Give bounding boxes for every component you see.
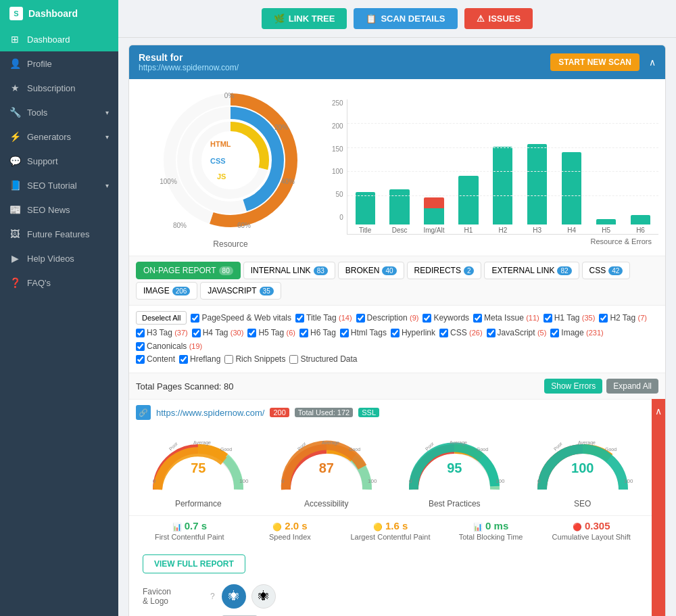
faqs-icon: ❓ <box>9 277 20 288</box>
svg-text:0%: 0% <box>224 92 235 99</box>
check-title-tag[interactable]: Title Tag (14) <box>295 313 352 323</box>
svg-text:100: 100 <box>570 474 595 491</box>
charts-row: HTML CSS JS 0% 20% 40% 60% 80% 100% Res <box>129 79 665 256</box>
report-button-row: VIEW FULL REPORT <box>129 549 652 579</box>
sidebar-logo-label: Dashboard <box>28 8 78 19</box>
scanned-url-link[interactable]: https://www.spidernow.com/ <box>156 408 264 418</box>
sidebar-item-future-features[interactable]: 🖼 Future Features <box>0 222 118 246</box>
check-description[interactable]: Description (9) <box>356 313 419 323</box>
scan-details-button[interactable]: 📋 SCAN DETAILS <box>354 8 457 29</box>
tab-css[interactable]: CSS 42 <box>582 262 631 279</box>
sidebar-item-tools[interactable]: 🔧 Tools ▾ <box>0 100 118 124</box>
tools-icon: 🔧 <box>9 107 20 118</box>
svg-text:Average: Average <box>450 440 467 446</box>
svg-text:0: 0 <box>281 478 285 484</box>
main-content: 🌿 LINK TREE 📋 SCAN DETAILS ⚠ ISSUES Resu… <box>118 0 676 616</box>
sidebar-item-label: Support <box>27 156 58 166</box>
check-image[interactable]: Image (231) <box>550 328 603 337</box>
check-canonicals[interactable]: Canonicals (19) <box>136 341 202 351</box>
tab-internal-link[interactable]: INTERNAL LINK 83 <box>243 262 335 279</box>
gauge-performance: 75 0 Poor Average Good 100 75 <box>136 432 261 508</box>
tab-external-link[interactable]: EXTERNAL LINK 82 <box>484 262 579 279</box>
check-rich-snippets[interactable]: Rich Snippets <box>224 354 285 364</box>
check-pagespeed[interactable]: PageSpeed & Web vitals <box>191 313 291 323</box>
view-full-report-button[interactable]: VIEW FULL REPORT <box>143 554 245 573</box>
sidebar-item-profile[interactable]: 👤 Profile <box>0 51 118 76</box>
check-h3-tag[interactable]: H3 Tag (37) <box>136 328 188 337</box>
seo-news-icon: 📰 <box>9 204 20 215</box>
tab-image[interactable]: IMAGE 206 <box>136 282 197 300</box>
check-h2-tag[interactable]: H2 Tag (7) <box>599 313 647 323</box>
sidebar-item-seo-news[interactable]: 📰 SEO News <box>0 197 118 222</box>
sidebar-item-support[interactable]: 💬 Support <box>0 149 118 173</box>
check-h4-tag[interactable]: H4 Tag (30) <box>192 328 244 337</box>
checkboxes-row-3: Content Hreflang Rich Snippets Structure… <box>136 354 658 364</box>
metric-lcp: 🟡 1.6 s Largest Contentful Paint <box>343 520 437 541</box>
sidebar-item-subscription[interactable]: ★ Subscription <box>0 76 118 100</box>
check-meta-issue[interactable]: Meta Issue (11) <box>473 313 539 323</box>
sidebar-item-help-videos[interactable]: ▶ Help Videos <box>0 246 118 270</box>
check-content[interactable]: Content <box>136 354 175 364</box>
check-keywords[interactable]: Keywords <box>422 313 469 323</box>
gauge-row: 75 0 Poor Average Good 100 75 <box>129 425 652 515</box>
issues-button[interactable]: ⚠ ISSUES <box>464 8 533 29</box>
favicon-help-icon[interactable]: ? <box>210 592 215 601</box>
chevron-down-icon: ▾ <box>105 182 109 189</box>
link-tree-button[interactable]: 🌿 LINK TREE <box>262 8 347 29</box>
check-html-tags[interactable]: Html Tags <box>340 328 387 337</box>
svg-text:Good: Good <box>605 447 617 452</box>
metrics-row: 📊 0.7 s First Contentful Paint 🟡 2.0 s S… <box>129 515 652 549</box>
tab-on-page-report[interactable]: ON-PAGE REPORT 80 <box>136 262 241 279</box>
topbar: 🌿 LINK TREE 📋 SCAN DETAILS ⚠ ISSUES <box>118 0 676 38</box>
sidebar-item-dashboard[interactable]: ⊞ Dashboard <box>0 27 118 51</box>
check-css[interactable]: CSS (26) <box>439 328 483 337</box>
svg-text:100: 100 <box>496 478 505 484</box>
sidebar-item-label: Tools <box>27 108 47 118</box>
tab-javascript[interactable]: JAVASCRIPT 35 <box>200 282 281 300</box>
sidebar-item-generators[interactable]: ⚡ Generators ▾ <box>0 124 118 149</box>
check-hyperlink[interactable]: Hyperlink <box>391 328 435 337</box>
best-practices-label: Best Practices <box>392 499 517 508</box>
favicon-row: Favicon& Logo ? 🕷 🕷 <box>143 584 638 609</box>
sidebar-item-seo-tutorial[interactable]: 📘 SEO Tutorial ▾ <box>0 173 118 197</box>
svg-text:JS: JS <box>217 172 226 181</box>
tabs-row: ON-PAGE REPORT 80 INTERNAL LINK 83 BROKE… <box>129 256 665 305</box>
scan-details-icon: 📋 <box>366 14 377 24</box>
svg-text:Average: Average <box>193 440 211 446</box>
bar-chart-label: Resource & Errors <box>332 237 658 245</box>
total-pages-scanned: Total Pages Scanned: 80 <box>136 381 234 392</box>
check-h1-tag[interactable]: H1 Tag (35) <box>544 313 596 323</box>
start-new-scan-button[interactable]: START NEW SCAN <box>550 53 639 71</box>
performance-label: Performance <box>136 499 261 508</box>
check-structured-data[interactable]: Structured Data <box>289 354 357 364</box>
collapse-right-bar[interactable]: ∧ <box>652 399 665 616</box>
url-result-card: 🔗 https://www.spidernow.com/ 200 Total U… <box>129 399 665 616</box>
expand-all-button[interactable]: Expand All <box>606 379 658 394</box>
sidebar-item-label: SEO Tutorial <box>27 181 77 191</box>
deselect-all-button[interactable]: Deselect All <box>136 311 187 325</box>
tbt-label: Total Blocking Time <box>444 533 538 541</box>
tab-broken[interactable]: BROKEN 40 <box>338 262 404 279</box>
check-javascript[interactable]: JavaScript (5) <box>487 328 547 337</box>
sidebar-item-faqs[interactable]: ❓ FAQ's <box>0 270 118 295</box>
sidebar-item-label: SEO News <box>27 205 70 215</box>
result-card: Result for https://www.spidernow.com/ ST… <box>128 45 666 616</box>
lcp-value: 🟡 1.6 s <box>343 520 437 531</box>
fcp-label: First Contentful Paint <box>143 533 237 541</box>
show-errors-button[interactable]: Show Errors <box>544 379 602 394</box>
svg-text:CSS: CSS <box>210 157 226 165</box>
sidebar-item-label: Future Features <box>27 229 90 239</box>
dashboard-icon: ⊞ <box>9 34 20 45</box>
speed-index-value: 🟡 2.0 s <box>243 520 337 531</box>
chevron-down-icon: ▾ <box>105 133 109 141</box>
bottom-info-area: Favicon& Logo ? 🕷 🕷 Breadcrumb ? <box>129 579 652 616</box>
check-h6-tag[interactable]: H6 Tag <box>299 328 336 337</box>
check-h5-tag[interactable]: H5 Tag (6) <box>247 328 295 337</box>
fcp-value: 📊 0.7 s <box>143 520 237 531</box>
sidebar-item-label: Subscription <box>27 83 76 93</box>
check-hreflang[interactable]: Hreflang <box>179 354 220 364</box>
tab-redirects[interactable]: REDIRECTS 2 <box>407 262 482 279</box>
issues-label: ISSUES <box>489 14 521 24</box>
lcp-label: Largest Contentful Paint <box>343 533 437 541</box>
collapse-icon[interactable]: ∧ <box>649 57 656 68</box>
